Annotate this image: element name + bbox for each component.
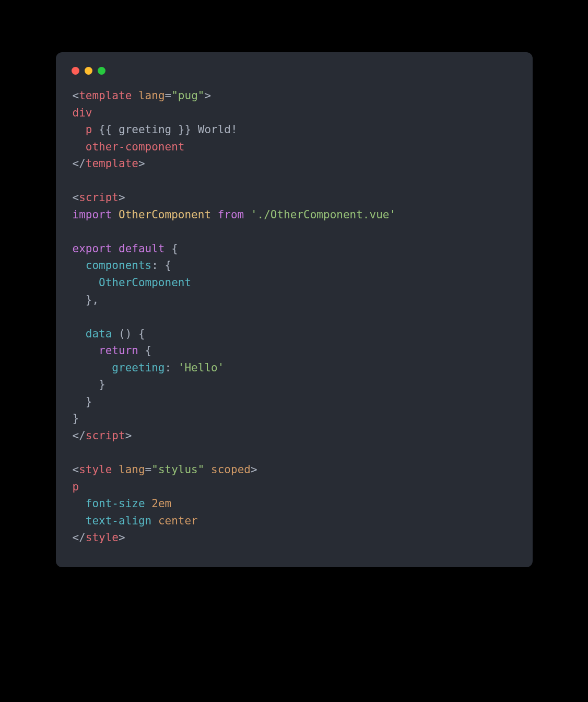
code-line: return { xyxy=(73,342,516,359)
code-line: p xyxy=(73,478,516,496)
code-token: font-size xyxy=(86,497,145,510)
code-token: style xyxy=(79,463,112,476)
code-token: : { xyxy=(151,259,171,272)
code-token: { xyxy=(165,242,178,255)
code-token: scoped xyxy=(211,463,251,476)
code-token: components xyxy=(86,259,151,272)
code-token xyxy=(145,497,152,510)
code-token: OtherComponent xyxy=(119,208,211,221)
code-line: components: { xyxy=(73,257,516,274)
code-token: p xyxy=(86,123,92,136)
code-line: data () { xyxy=(73,325,516,343)
code-block: <template lang="pug">div p {{ greeting }… xyxy=(56,87,533,546)
code-token: > xyxy=(125,429,132,442)
code-line: }, xyxy=(73,291,516,309)
code-token: > xyxy=(204,89,211,102)
code-token: < xyxy=(73,463,79,476)
code-token: 2em xyxy=(151,497,171,510)
code-token: = xyxy=(165,89,172,102)
code-token xyxy=(211,208,218,221)
close-icon[interactable] xyxy=(72,67,79,75)
code-line: <script> xyxy=(73,189,516,206)
code-line: div xyxy=(73,104,516,122)
code-token xyxy=(112,208,119,221)
code-token: }, xyxy=(73,294,99,306)
code-token: = xyxy=(145,463,152,476)
code-line: export default { xyxy=(73,240,516,258)
code-token xyxy=(112,242,119,255)
minimize-icon[interactable] xyxy=(85,67,92,75)
code-token: return xyxy=(99,344,138,357)
code-token xyxy=(73,497,86,510)
code-token xyxy=(73,259,86,272)
code-token: from xyxy=(218,208,244,221)
code-token: } xyxy=(73,378,105,391)
code-line: } xyxy=(73,410,516,427)
window-titlebar xyxy=(56,67,533,87)
code-token: script xyxy=(79,191,119,204)
code-token: template xyxy=(86,157,138,170)
code-line: import OtherComponent from './OtherCompo… xyxy=(73,206,516,224)
code-token: "stylus" xyxy=(151,463,204,476)
code-token xyxy=(244,208,251,221)
code-line: font-size 2em xyxy=(73,495,516,512)
code-line xyxy=(73,444,516,461)
code-window: <template lang="pug">div p {{ greeting }… xyxy=(56,52,533,567)
code-token: script xyxy=(86,429,125,442)
code-token xyxy=(73,327,86,340)
code-token: OtherComponent xyxy=(99,276,191,289)
code-token: text-align xyxy=(86,514,151,527)
code-line: </style> xyxy=(73,529,516,546)
code-token: > xyxy=(138,157,145,170)
code-line: } xyxy=(73,376,516,393)
code-token: </ xyxy=(73,531,86,544)
code-line: text-align center xyxy=(73,512,516,530)
code-token: > xyxy=(251,463,257,476)
code-token: > xyxy=(119,531,125,544)
code-token: center xyxy=(158,514,198,527)
code-token: </ xyxy=(73,157,86,170)
code-token: import xyxy=(73,208,112,221)
code-token: data xyxy=(86,327,112,340)
code-token: lang xyxy=(138,89,165,102)
code-token: export xyxy=(73,242,112,255)
code-line: <template lang="pug"> xyxy=(73,87,516,104)
code-token xyxy=(112,463,119,476)
code-token: lang xyxy=(119,463,145,476)
code-line xyxy=(73,172,516,190)
code-token xyxy=(132,89,138,102)
code-line xyxy=(73,223,516,240)
code-token: style xyxy=(86,531,119,544)
code-token xyxy=(73,123,86,136)
code-token: () { xyxy=(112,327,145,340)
code-token: < xyxy=(73,89,79,102)
code-token: : xyxy=(165,361,178,374)
code-token: } xyxy=(73,395,92,408)
code-token: < xyxy=(73,191,79,204)
code-token: default xyxy=(119,242,165,255)
code-token: template xyxy=(79,89,132,102)
code-line: other-component xyxy=(73,138,516,156)
code-token: } xyxy=(73,412,79,425)
code-line: </template> xyxy=(73,155,516,172)
code-line: p {{ greeting }} World! xyxy=(73,121,516,138)
code-token xyxy=(73,514,86,527)
code-token: { xyxy=(138,344,151,357)
code-line: <style lang="stylus" scoped> xyxy=(73,461,516,478)
code-token: other-component xyxy=(86,141,185,153)
zoom-icon[interactable] xyxy=(98,67,105,75)
code-line xyxy=(73,308,516,325)
code-token xyxy=(73,361,112,374)
code-token: {{ greeting }} World! xyxy=(92,123,237,136)
code-token: 'Hello' xyxy=(178,361,225,374)
code-line: </script> xyxy=(73,427,516,444)
code-token: greeting xyxy=(112,361,164,374)
code-token xyxy=(151,514,158,527)
code-token xyxy=(73,276,99,289)
code-token xyxy=(204,463,211,476)
code-line: OtherComponent xyxy=(73,274,516,291)
code-line: greeting: 'Hello' xyxy=(73,359,516,377)
code-token: './OtherComponent.vue' xyxy=(251,208,396,221)
code-token: div xyxy=(73,107,92,119)
code-token: > xyxy=(119,191,125,204)
